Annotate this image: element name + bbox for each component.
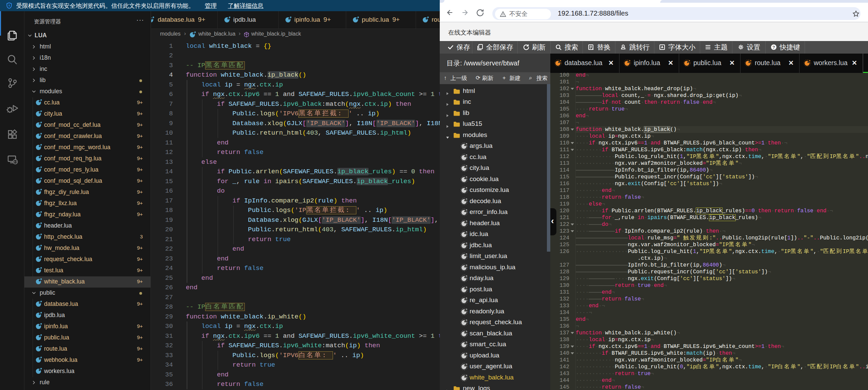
svg-text:?: ? [772,45,775,50]
